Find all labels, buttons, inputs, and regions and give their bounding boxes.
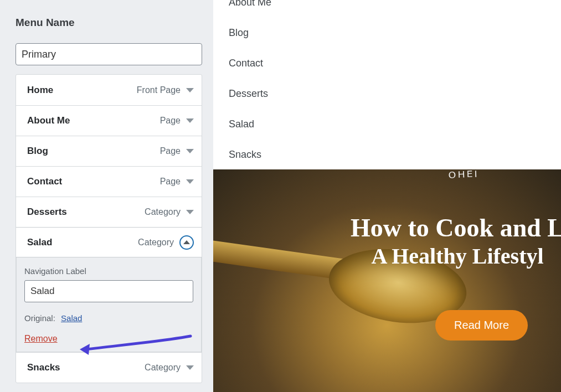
preview-nav-item[interactable]: Blog bbox=[229, 27, 561, 39]
menu-item-snacks[interactable]: Snacks Category bbox=[16, 352, 202, 383]
menu-item-home[interactable]: Home Front Page bbox=[16, 75, 202, 105]
menu-item-label: Home bbox=[27, 85, 53, 96]
menu-item-blog[interactable]: Blog Page bbox=[16, 136, 202, 166]
navigation-label-text: Navigation Label bbox=[24, 266, 193, 276]
hero-banner: ᴼᴴᴱᴵ How to Cook and L A Healthy Lifesty… bbox=[213, 169, 561, 392]
original-link[interactable]: Salad bbox=[61, 313, 82, 323]
chevron-down-icon bbox=[186, 88, 194, 92]
menu-item-about-me[interactable]: About Me Page bbox=[16, 105, 202, 136]
chevron-up-icon bbox=[183, 240, 190, 244]
menu-item-type: Page bbox=[160, 116, 181, 126]
menu-item-label: Contact bbox=[27, 176, 62, 187]
menu-editor-sidebar: Menu Name Home Front Page About Me Page … bbox=[0, 0, 213, 392]
original-label: Original: bbox=[24, 313, 55, 323]
menu-name-input[interactable] bbox=[16, 43, 202, 65]
original-label-row: Original: Salad bbox=[24, 313, 193, 323]
preview-nav-item[interactable]: Contact bbox=[229, 58, 561, 69]
chevron-down-icon bbox=[186, 149, 194, 153]
chevron-down-icon bbox=[186, 179, 194, 184]
menu-item-type: Page bbox=[160, 177, 181, 187]
navigation-label-input[interactable] bbox=[24, 280, 193, 302]
hero-title-line1: How to Cook and L bbox=[351, 214, 561, 243]
menu-item-desserts[interactable]: Desserts Category bbox=[16, 197, 202, 227]
menu-item-label: Blog bbox=[27, 146, 48, 157]
menu-item-type: Front Page bbox=[137, 85, 181, 95]
preview-nav-item[interactable]: Snacks bbox=[229, 149, 561, 161]
preview-nav-item[interactable]: Salad bbox=[229, 118, 561, 130]
remove-menu-item-link[interactable]: Remove bbox=[24, 334, 58, 344]
section-title-menu-name: Menu Name bbox=[16, 17, 202, 29]
live-preview: About Me Blog Contact Desserts Salad Sna… bbox=[213, 0, 561, 392]
menu-item-detail-panel: Navigation Label Original: Salad Remove bbox=[16, 257, 202, 352]
hero-title-line2: A Healthy Lifestyl bbox=[351, 243, 561, 270]
read-more-button[interactable]: Read More bbox=[435, 310, 528, 341]
menu-item-type: Category bbox=[145, 207, 181, 217]
collapse-toggle[interactable] bbox=[179, 235, 194, 250]
menu-item-type: Page bbox=[160, 146, 181, 156]
menu-item-label: About Me bbox=[27, 115, 70, 126]
hero-title: How to Cook and L A Healthy Lifestyl bbox=[351, 214, 561, 270]
hero-logo-icon: ᴼᴴᴱᴵ bbox=[448, 169, 532, 191]
chevron-down-icon bbox=[186, 365, 194, 370]
menu-item-label: Salad bbox=[27, 237, 52, 248]
menu-items-list: Home Front Page About Me Page Blog Page bbox=[16, 74, 202, 383]
preview-nav-item[interactable]: About Me bbox=[229, 0, 561, 8]
chevron-down-icon bbox=[186, 118, 194, 123]
preview-nav-list: About Me Blog Contact Desserts Salad Sna… bbox=[213, 0, 561, 161]
menu-item-label: Snacks bbox=[27, 362, 60, 373]
menu-item-salad[interactable]: Salad Category bbox=[16, 227, 202, 257]
menu-item-contact[interactable]: Contact Page bbox=[16, 166, 202, 197]
chevron-down-icon bbox=[186, 210, 194, 214]
menu-item-type: Category bbox=[145, 363, 181, 373]
menu-item-type: Category bbox=[138, 238, 174, 247]
preview-nav-item[interactable]: Desserts bbox=[229, 88, 561, 100]
menu-item-label: Desserts bbox=[27, 207, 67, 218]
